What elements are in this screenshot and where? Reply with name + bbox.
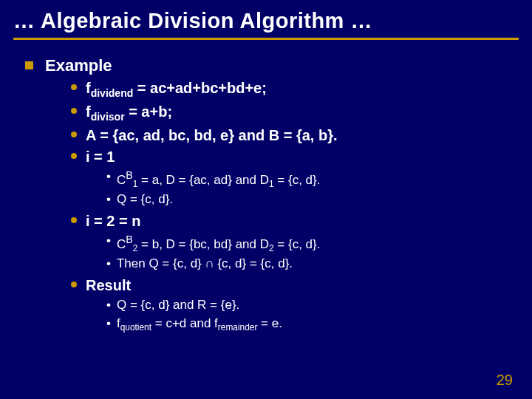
list-item: • Q = {c, d} and R = {e}. bbox=[106, 297, 532, 314]
page-number: 29 bbox=[497, 372, 513, 389]
example-heading: Example bbox=[45, 56, 112, 75]
sublist-i1: • CB1 = a, D = {ac, ad} and D1 = {c, d}.… bbox=[106, 168, 532, 208]
dot-bullet-icon: • bbox=[106, 256, 111, 273]
list-item: • Q = {c, d}. bbox=[106, 191, 532, 208]
bullet-list-level1: i = 2 = n bbox=[71, 211, 532, 231]
dot-bullet-icon bbox=[71, 282, 77, 287]
sublist-i2: • CB2 = b, D = {bc, bd} and D2 = {c, d}.… bbox=[106, 233, 532, 273]
dot-bullet-icon: • bbox=[106, 191, 111, 208]
list-item: Result bbox=[71, 276, 532, 296]
dot-bullet-icon: • bbox=[106, 297, 111, 314]
i1-sub2: Q = {c, d}. bbox=[117, 191, 173, 208]
list-item: i = 1 bbox=[71, 147, 532, 167]
dot-bullet-icon bbox=[71, 153, 77, 159]
list-item: • CB1 = a, D = {ac, ad} and D1 = {c, d}. bbox=[106, 168, 532, 190]
i1-sub1: CB1 = a, D = {ac, ad} and D1 = {c, d}. bbox=[117, 168, 321, 190]
dot-bullet-icon: • bbox=[106, 168, 111, 185]
res-sub1: Q = {c, d} and R = {e}. bbox=[117, 297, 239, 314]
sublist-result: • Q = {c, d} and R = {e}. • fquotient = … bbox=[106, 297, 532, 333]
dot-bullet-icon bbox=[71, 84, 77, 90]
item-i1: i = 1 bbox=[86, 147, 115, 167]
slide-title: … Algebraic Division Algorithm … bbox=[13, 9, 519, 33]
list-item: fdivisor = a+b; bbox=[71, 102, 532, 124]
item-sets: A = {ac, ad, bc, bd, e} and B = {a, b}. bbox=[86, 126, 337, 146]
dot-bullet-icon bbox=[71, 108, 77, 114]
item-divisor: fdivisor = a+b; bbox=[86, 102, 172, 124]
dot-bullet-icon bbox=[71, 132, 77, 137]
bullet-list-level1: Result bbox=[71, 276, 532, 296]
res-sub2: fquotient = c+d and fremainder = e. bbox=[117, 316, 282, 333]
bullet-list-level1: fdividend = ac+ad+bc+bd+e; fdivisor = a+… bbox=[71, 78, 532, 167]
dot-bullet-icon: • bbox=[106, 316, 111, 332]
list-item: • Then Q = {c, d} ∩ {c, d} = {c, d}. bbox=[106, 256, 532, 273]
item-i2: i = 2 = n bbox=[86, 211, 140, 231]
i2-sub1: CB2 = b, D = {bc, bd} and D2 = {c, d}. bbox=[117, 233, 321, 254]
dot-bullet-icon bbox=[71, 217, 77, 223]
item-result: Result bbox=[86, 276, 131, 296]
list-item: A = {ac, ad, bc, bd, e} and B = {a, b}. bbox=[71, 126, 532, 146]
list-item: • CB2 = b, D = {bc, bd} and D2 = {c, d}. bbox=[106, 233, 532, 254]
list-item: fdividend = ac+ad+bc+bd+e; bbox=[71, 78, 532, 100]
title-bar: … Algebraic Division Algorithm … bbox=[0, 0, 532, 43]
heading-row: Example bbox=[25, 56, 532, 75]
title-underline bbox=[13, 38, 519, 40]
dot-bullet-icon: • bbox=[106, 233, 111, 250]
square-bullet-icon bbox=[25, 61, 33, 69]
i2-sub2: Then Q = {c, d} ∩ {c, d} = {c, d}. bbox=[117, 256, 293, 273]
item-dividend: fdividend = ac+ad+bc+bd+e; bbox=[86, 78, 267, 100]
list-item: i = 2 = n bbox=[71, 211, 532, 231]
slide-content: Example fdividend = ac+ad+bc+bd+e; fdivi… bbox=[0, 43, 532, 333]
list-item: • fquotient = c+d and fremainder = e. bbox=[106, 316, 532, 333]
